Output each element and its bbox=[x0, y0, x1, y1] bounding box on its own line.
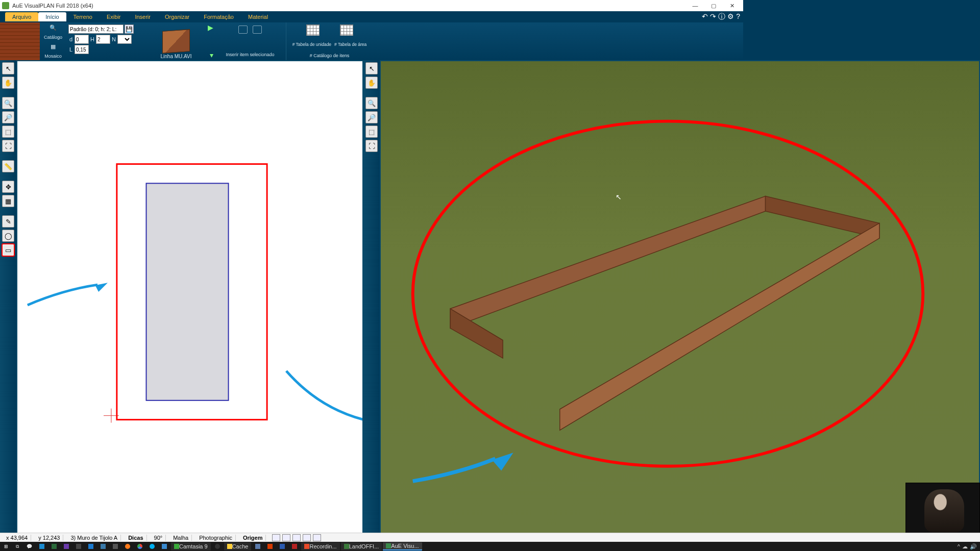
annotation-arrow-to-3d bbox=[286, 371, 362, 416]
search-icon[interactable]: 🔍 bbox=[50, 24, 57, 31]
settings-icon[interactable]: ⚙ bbox=[727, 12, 734, 21]
zoom-extents-tool[interactable]: ⛶ bbox=[2, 140, 14, 152]
close-button[interactable]: ✕ bbox=[723, 1, 741, 11]
draw-circle-tool[interactable]: ◯ bbox=[2, 230, 14, 242]
title-bar: AuE VisualPLAN Full 2018 (x64) — ▢ ✕ bbox=[0, 0, 743, 11]
insert-line-icon[interactable] bbox=[238, 26, 248, 34]
menu-formatacao[interactable]: Formatação bbox=[197, 12, 241, 21]
drawn-rectangle bbox=[146, 183, 229, 400]
params-panel: 💾 d H N L bbox=[66, 22, 138, 60]
n-select[interactable] bbox=[117, 35, 132, 44]
h-input[interactable] bbox=[96, 35, 110, 44]
ribbon: 🔍 Catálogo ▦ Mosaico 💾 d H N L ▶ Linha M… bbox=[0, 22, 743, 60]
area-table-icon[interactable] bbox=[340, 24, 353, 36]
catalog-label: Catálogo bbox=[44, 35, 62, 40]
wall-back-left bbox=[450, 196, 743, 329]
zoom-out-tool[interactable]: 🔎 bbox=[2, 111, 14, 123]
minimize-button[interactable]: — bbox=[686, 1, 704, 11]
menu-inserir[interactable]: Inserir bbox=[128, 12, 158, 21]
unit-table-icon[interactable] bbox=[306, 24, 320, 36]
nav-fwd-icon[interactable]: ↷ bbox=[710, 12, 716, 21]
info-icon[interactable]: ⓘ bbox=[718, 12, 725, 21]
catalog-panel: 🔍 Catálogo ▦ Mosaico bbox=[0, 22, 66, 60]
menu-terreno[interactable]: Terreno bbox=[66, 12, 100, 21]
orbit-tool[interactable]: ✋ bbox=[365, 77, 378, 89]
zoom-window-tool[interactable]: ⬚ bbox=[2, 126, 14, 138]
workspace: ↖ ✋ 🔍 🔎 ⬚ ⛶ 📏 ✥ ▦ ✎ ◯ ▭ bbox=[0, 60, 743, 416]
d-label: d bbox=[68, 36, 74, 42]
catalog-items-label[interactable]: # Catálogo de itens bbox=[310, 53, 350, 58]
viewport-3d[interactable]: ↖ bbox=[380, 60, 743, 416]
block-name-label: Linha MU.AVI bbox=[161, 53, 192, 60]
insert-panel: Inserir item selecionado bbox=[214, 22, 286, 60]
menu-bar: Arquivo Início Terreno Exibir Inserir Or… bbox=[0, 11, 743, 22]
menu-arquivo[interactable]: Arquivo bbox=[5, 12, 38, 21]
zoom-window-3d[interactable]: ⬚ bbox=[365, 126, 378, 138]
menu-organizar[interactable]: Organizar bbox=[158, 12, 197, 21]
zoom-extents-3d[interactable]: ⛶ bbox=[365, 140, 378, 152]
draw-line-tool[interactable]: ✎ bbox=[2, 215, 14, 228]
pan-tool[interactable]: ✋ bbox=[2, 77, 14, 89]
block-dropdown-icon[interactable]: ▾ bbox=[210, 51, 213, 59]
save-icon[interactable]: 💾 bbox=[125, 24, 134, 34]
window-title: AuE VisualPLAN Full 2018 (x64) bbox=[12, 3, 686, 9]
tables-panel: # Tabela de unidade # Tabela de área # C… bbox=[286, 22, 373, 60]
block-preview-panel: ▶ Linha MU.AVI ▾ bbox=[138, 22, 214, 60]
select-tool[interactable]: ↖ bbox=[2, 62, 14, 74]
toolbar-3d: ↖ ✋ 🔍 🔎 ⬚ ⛶ bbox=[363, 60, 380, 416]
mosaic-label: Mosaico bbox=[44, 54, 62, 59]
insert-item-label[interactable]: Inserir item selecionado bbox=[226, 52, 274, 57]
h-label: H bbox=[90, 36, 95, 42]
select-3d-tool[interactable]: ↖ bbox=[365, 62, 378, 74]
zoom-out-3d[interactable]: 🔎 bbox=[365, 111, 378, 123]
pattern-select[interactable] bbox=[68, 24, 124, 34]
brick-texture-preview[interactable] bbox=[0, 22, 40, 60]
insert-shape-icon[interactable] bbox=[253, 26, 262, 34]
menu-material[interactable]: Material bbox=[241, 12, 275, 21]
nav-back-icon[interactable]: ↶ bbox=[702, 12, 708, 21]
zoom-in-3d[interactable]: 🔍 bbox=[365, 97, 378, 109]
d-input[interactable] bbox=[75, 35, 89, 44]
toolbar-2d: ↖ ✋ 🔍 🔎 ⬚ ⛶ 📏 ✥ ▦ ✎ ◯ ▭ bbox=[0, 60, 16, 416]
menu-inicio[interactable]: Início bbox=[38, 12, 66, 21]
area-table-label[interactable]: # Tabela de área bbox=[334, 42, 366, 47]
viewport-2d[interactable] bbox=[16, 60, 363, 416]
draw-rectangle-tool[interactable]: ▭ bbox=[2, 244, 14, 256]
l-label: L bbox=[68, 46, 74, 53]
n-label: N bbox=[111, 36, 116, 42]
mosaic-icon[interactable]: ▦ bbox=[51, 43, 56, 50]
unit-table-label[interactable]: # Tabela de unidade bbox=[292, 42, 331, 47]
l-input[interactable] bbox=[75, 45, 89, 54]
menu-exibir[interactable]: Exibir bbox=[100, 12, 128, 21]
app-icon bbox=[2, 2, 9, 9]
move-tool[interactable]: ✥ bbox=[2, 181, 14, 193]
grid-tool[interactable]: ▦ bbox=[2, 195, 14, 207]
block-3d-preview[interactable] bbox=[162, 29, 190, 54]
measure-tool[interactable]: 📏 bbox=[2, 160, 14, 172]
help-icon[interactable]: ? bbox=[736, 12, 740, 21]
zoom-in-tool[interactable]: 🔍 bbox=[2, 97, 14, 109]
next-block-icon[interactable]: ▶ bbox=[208, 23, 213, 32]
maximize-button[interactable]: ▢ bbox=[704, 1, 723, 11]
annotation-arrow-to-tool bbox=[28, 285, 97, 305]
cursor-icon: ↖ bbox=[616, 193, 622, 201]
